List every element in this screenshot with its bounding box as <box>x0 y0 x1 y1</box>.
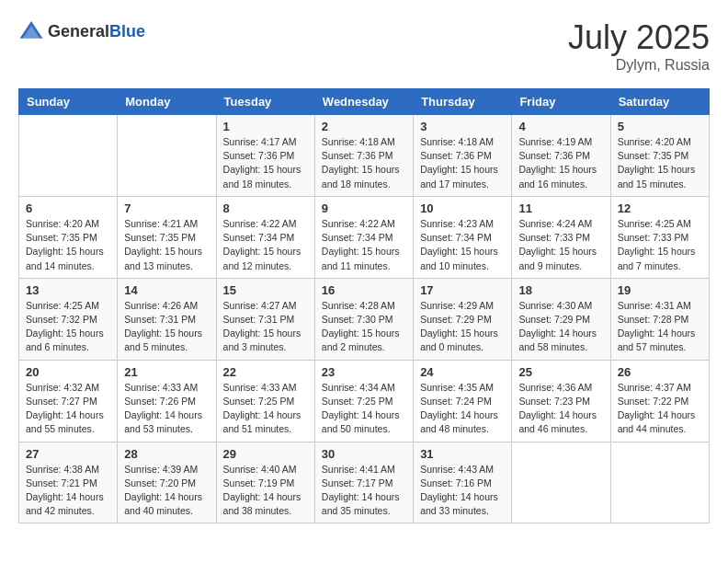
calendar-cell: 1Sunrise: 4:17 AM Sunset: 7:36 PM Daylig… <box>216 115 314 197</box>
day-number: 24 <box>420 365 505 379</box>
header-monday: Monday <box>118 89 216 115</box>
day-number: 8 <box>223 201 308 215</box>
day-info: Sunrise: 4:31 AM Sunset: 7:28 PM Dayligh… <box>618 299 702 355</box>
day-info: Sunrise: 4:21 AM Sunset: 7:35 PM Dayligh… <box>124 217 209 273</box>
logo-icon <box>18 18 44 44</box>
day-number: 15 <box>223 283 308 297</box>
day-number: 3 <box>420 120 505 133</box>
calendar-week-4: 20Sunrise: 4:32 AM Sunset: 7:27 PM Dayli… <box>19 360 710 442</box>
day-number: 17 <box>420 283 505 297</box>
calendar-cell: 16Sunrise: 4:28 AM Sunset: 7:30 PM Dayli… <box>314 278 413 360</box>
calendar-cell: 28Sunrise: 4:39 AM Sunset: 7:20 PM Dayli… <box>118 442 216 523</box>
day-number: 21 <box>124 365 209 379</box>
day-info: Sunrise: 4:28 AM Sunset: 7:30 PM Dayligh… <box>322 299 406 355</box>
logo-text-blue: Blue <box>109 22 145 40</box>
location: Dylym, Russia <box>568 57 710 74</box>
calendar-cell: 27Sunrise: 4:38 AM Sunset: 7:21 PM Dayli… <box>19 442 118 523</box>
day-info: Sunrise: 4:25 AM Sunset: 7:33 PM Dayligh… <box>618 217 702 273</box>
day-number: 2 <box>322 120 406 133</box>
day-number: 13 <box>26 283 110 297</box>
day-info: Sunrise: 4:26 AM Sunset: 7:31 PM Dayligh… <box>124 299 209 355</box>
calendar-cell <box>118 115 216 197</box>
calendar-cell: 12Sunrise: 4:25 AM Sunset: 7:33 PM Dayli… <box>610 196 709 278</box>
calendar-cell: 25Sunrise: 4:36 AM Sunset: 7:23 PM Dayli… <box>512 360 610 442</box>
day-info: Sunrise: 4:32 AM Sunset: 7:27 PM Dayligh… <box>26 381 110 437</box>
day-number: 31 <box>420 447 505 461</box>
header-thursday: Thursday <box>414 89 512 115</box>
header-tuesday: Tuesday <box>216 89 314 115</box>
day-info: Sunrise: 4:22 AM Sunset: 7:34 PM Dayligh… <box>322 217 406 273</box>
logo: GeneralBlue <box>18 18 145 44</box>
calendar-cell: 8Sunrise: 4:22 AM Sunset: 7:34 PM Daylig… <box>216 196 314 278</box>
day-info: Sunrise: 4:34 AM Sunset: 7:25 PM Dayligh… <box>322 381 406 437</box>
calendar-cell: 30Sunrise: 4:41 AM Sunset: 7:17 PM Dayli… <box>314 442 413 523</box>
day-info: Sunrise: 4:38 AM Sunset: 7:21 PM Dayligh… <box>26 463 110 519</box>
day-number: 5 <box>618 120 702 133</box>
calendar-cell: 13Sunrise: 4:25 AM Sunset: 7:32 PM Dayli… <box>19 278 118 360</box>
day-number: 1 <box>223 120 308 133</box>
day-info: Sunrise: 4:19 AM Sunset: 7:36 PM Dayligh… <box>518 135 603 191</box>
day-number: 18 <box>518 283 603 297</box>
day-number: 30 <box>322 447 406 461</box>
day-number: 6 <box>26 201 110 215</box>
day-info: Sunrise: 4:23 AM Sunset: 7:34 PM Dayligh… <box>420 217 505 273</box>
calendar-cell: 29Sunrise: 4:40 AM Sunset: 7:19 PM Dayli… <box>216 442 314 523</box>
day-number: 23 <box>322 365 406 379</box>
calendar-cell <box>19 115 118 197</box>
calendar-cell: 24Sunrise: 4:35 AM Sunset: 7:24 PM Dayli… <box>414 360 512 442</box>
header-saturday: Saturday <box>610 89 709 115</box>
calendar-cell: 18Sunrise: 4:30 AM Sunset: 7:29 PM Dayli… <box>512 278 610 360</box>
calendar-week-2: 6Sunrise: 4:20 AM Sunset: 7:35 PM Daylig… <box>19 196 710 278</box>
calendar-header-row: SundayMondayTuesdayWednesdayThursdayFrid… <box>19 89 710 115</box>
day-info: Sunrise: 4:33 AM Sunset: 7:25 PM Dayligh… <box>223 381 308 437</box>
day-number: 22 <box>223 365 308 379</box>
day-info: Sunrise: 4:33 AM Sunset: 7:26 PM Dayligh… <box>124 381 209 437</box>
calendar-cell: 11Sunrise: 4:24 AM Sunset: 7:33 PM Dayli… <box>512 196 610 278</box>
page-header: GeneralBlue July 2025 Dylym, Russia <box>18 18 710 74</box>
day-number: 4 <box>518 120 603 133</box>
calendar-cell: 5Sunrise: 4:20 AM Sunset: 7:35 PM Daylig… <box>610 115 709 197</box>
calendar-cell: 26Sunrise: 4:37 AM Sunset: 7:22 PM Dayli… <box>610 360 709 442</box>
calendar-cell: 3Sunrise: 4:18 AM Sunset: 7:36 PM Daylig… <box>414 115 512 197</box>
day-info: Sunrise: 4:18 AM Sunset: 7:36 PM Dayligh… <box>322 135 406 191</box>
title-block: July 2025 Dylym, Russia <box>568 18 710 74</box>
day-info: Sunrise: 4:25 AM Sunset: 7:32 PM Dayligh… <box>26 299 110 355</box>
calendar-week-5: 27Sunrise: 4:38 AM Sunset: 7:21 PM Dayli… <box>19 442 710 523</box>
day-info: Sunrise: 4:29 AM Sunset: 7:29 PM Dayligh… <box>420 299 505 355</box>
calendar-cell: 17Sunrise: 4:29 AM Sunset: 7:29 PM Dayli… <box>414 278 512 360</box>
calendar-cell: 14Sunrise: 4:26 AM Sunset: 7:31 PM Dayli… <box>118 278 216 360</box>
day-info: Sunrise: 4:20 AM Sunset: 7:35 PM Dayligh… <box>618 135 702 191</box>
day-number: 14 <box>124 283 209 297</box>
calendar-cell: 10Sunrise: 4:23 AM Sunset: 7:34 PM Dayli… <box>414 196 512 278</box>
calendar-cell: 31Sunrise: 4:43 AM Sunset: 7:16 PM Dayli… <box>414 442 512 523</box>
day-number: 27 <box>26 447 110 461</box>
month-year: July 2025 <box>568 18 710 57</box>
calendar-cell: 9Sunrise: 4:22 AM Sunset: 7:34 PM Daylig… <box>314 196 413 278</box>
day-info: Sunrise: 4:37 AM Sunset: 7:22 PM Dayligh… <box>618 381 702 437</box>
day-number: 26 <box>618 365 702 379</box>
day-number: 28 <box>124 447 209 461</box>
calendar-cell <box>610 442 709 523</box>
day-number: 9 <box>322 201 406 215</box>
day-number: 16 <box>322 283 406 297</box>
calendar-week-1: 1Sunrise: 4:17 AM Sunset: 7:36 PM Daylig… <box>19 115 710 197</box>
day-info: Sunrise: 4:27 AM Sunset: 7:31 PM Dayligh… <box>223 299 308 355</box>
calendar-cell: 19Sunrise: 4:31 AM Sunset: 7:28 PM Dayli… <box>610 278 709 360</box>
day-info: Sunrise: 4:43 AM Sunset: 7:16 PM Dayligh… <box>420 463 505 519</box>
day-info: Sunrise: 4:40 AM Sunset: 7:19 PM Dayligh… <box>223 463 308 519</box>
calendar-cell <box>512 442 610 523</box>
day-info: Sunrise: 4:36 AM Sunset: 7:23 PM Dayligh… <box>518 381 603 437</box>
day-info: Sunrise: 4:35 AM Sunset: 7:24 PM Dayligh… <box>420 381 505 437</box>
day-info: Sunrise: 4:41 AM Sunset: 7:17 PM Dayligh… <box>322 463 406 519</box>
calendar-cell: 2Sunrise: 4:18 AM Sunset: 7:36 PM Daylig… <box>314 115 413 197</box>
day-number: 7 <box>124 201 209 215</box>
day-info: Sunrise: 4:24 AM Sunset: 7:33 PM Dayligh… <box>518 217 603 273</box>
calendar-cell: 4Sunrise: 4:19 AM Sunset: 7:36 PM Daylig… <box>512 115 610 197</box>
calendar-cell: 23Sunrise: 4:34 AM Sunset: 7:25 PM Dayli… <box>314 360 413 442</box>
header-wednesday: Wednesday <box>314 89 413 115</box>
calendar-cell: 22Sunrise: 4:33 AM Sunset: 7:25 PM Dayli… <box>216 360 314 442</box>
header-friday: Friday <box>512 89 610 115</box>
calendar-cell: 7Sunrise: 4:21 AM Sunset: 7:35 PM Daylig… <box>118 196 216 278</box>
calendar-cell: 20Sunrise: 4:32 AM Sunset: 7:27 PM Dayli… <box>19 360 118 442</box>
calendar-cell: 6Sunrise: 4:20 AM Sunset: 7:35 PM Daylig… <box>19 196 118 278</box>
